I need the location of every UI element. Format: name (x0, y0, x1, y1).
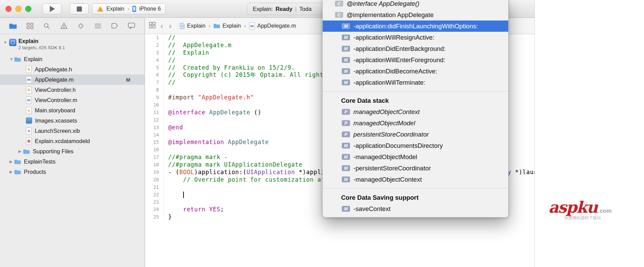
file-tree-row[interactable]: ▶Products (0, 167, 145, 177)
popover-item[interactable]: PmanagedObjectContext (323, 106, 508, 117)
disclosure-triangle[interactable]: ▶ (18, 149, 23, 154)
file-tree-row[interactable]: xLaunchScreen.xib (0, 126, 145, 136)
popover-item[interactable]: M-applicationWillTerminate: (323, 77, 508, 88)
file-tree: ▼ExplainhAppDelegate.hmAppDelegate.mMhVi… (0, 54, 145, 177)
line-number: 22 (145, 191, 164, 199)
file-name: AppDelegate.m (35, 76, 74, 83)
code-text: return YES; (164, 206, 224, 213)
xcassets-icon (26, 117, 32, 124)
popover-item[interactable]: M-applicationWillResignActive: (323, 32, 508, 43)
file-tree-row[interactable]: ⊞Explain.xcdatamodeld (0, 136, 145, 146)
file-tree-row[interactable]: hViewController.h (0, 85, 145, 95)
disclosure-triangle[interactable]: ▼ (10, 57, 14, 61)
issue-navigator-icon[interactable] (59, 21, 69, 31)
disclosure-triangle[interactable]: ▶ (10, 170, 14, 174)
app-scheme-icon (97, 6, 103, 12)
line-number: 20 (145, 176, 164, 184)
line-number: 9 (145, 94, 164, 101)
line-number: 6 (145, 71, 164, 79)
file-tree-row[interactable]: mViewController.m (0, 95, 145, 105)
code-text (164, 131, 168, 139)
file-tree-row[interactable]: hAppDelegate.h (0, 64, 145, 74)
line-number: 11 (145, 109, 164, 116)
breadcrumb-label: AppDelegate.m (257, 23, 296, 29)
popover-item-label: persistentStoreCoordinator (353, 131, 429, 138)
line-number: 10 (145, 101, 164, 109)
code-text: //#pragma mark - (164, 154, 228, 161)
popover-item[interactable]: C@interface AppDelegate() (323, 0, 508, 9)
traffic-lights (5, 6, 31, 12)
file-tree-row[interactable]: sMain.storyboard (0, 105, 145, 115)
symbol-navigator-icon[interactable] (25, 21, 35, 31)
popover-item[interactable]: M-managedObjectContext (323, 174, 508, 185)
project-navigator-icon[interactable] (8, 21, 18, 31)
run-button[interactable] (42, 3, 61, 14)
popover-item[interactable]: PpersistentStoreCoordinator (323, 129, 508, 140)
file-tree-row[interactable]: Images.xcassets (0, 115, 145, 126)
project-row[interactable]: ▼ Explain 2 targets, iOS SDK 8.1 (0, 36, 145, 54)
search-navigator-icon[interactable] (42, 21, 52, 31)
code-text: //#pragma mark UIApplicationDelegate (164, 161, 303, 169)
code-text: // (164, 79, 176, 86)
code-text: @end (164, 124, 183, 131)
file-tree-row[interactable]: ▼Explain (0, 54, 145, 64)
stop-button[interactable] (70, 3, 89, 14)
file-name: ExplainTests (24, 158, 56, 165)
method-symbol-icon: M (342, 154, 350, 160)
popover-item[interactable]: C@implementation AppDelegate (323, 9, 508, 20)
file-tree-row[interactable]: ▶ExplainTests (0, 156, 145, 167)
zoom-window-button[interactable] (25, 6, 31, 12)
breadcrumb-item[interactable]: Explain (214, 23, 241, 29)
close-window-button[interactable] (5, 6, 12, 12)
file-name: Products (24, 169, 46, 175)
report-navigator-icon[interactable] (127, 21, 136, 31)
status-state: Ready (276, 6, 293, 12)
folder-icon (14, 159, 21, 164)
popover-item[interactable]: M-applicationDocumentsDirectory (323, 140, 508, 151)
breadcrumb-separator-icon: › (244, 23, 246, 29)
line-number: 12 (145, 116, 164, 124)
minimize-window-button[interactable] (15, 6, 21, 12)
go-back-button[interactable]: ‹ (160, 22, 164, 30)
popover-item-label: -saveContext (353, 205, 391, 213)
breadcrumb: Explain›Explain›mAppDelegate.m (180, 22, 296, 29)
breadcrumb-item[interactable]: Explain (180, 23, 205, 29)
jump-bar-popover: C@interface AppDelegate()C@implementatio… (322, 0, 509, 217)
disclosure-triangle[interactable]: ▶ (10, 159, 14, 164)
popover-item[interactable]: M-applicationDidBecomeActive: (323, 66, 508, 77)
scheme-selector[interactable]: Explain › iPhone 6 (92, 3, 166, 14)
file-name: Images.xcassets (35, 117, 77, 124)
method-symbol-icon: M (342, 68, 350, 74)
project-name: Explain (18, 38, 145, 44)
project-navigator: ▼ Explain 2 targets, iOS SDK 8.1 ▼Explai… (0, 34, 145, 267)
file-tree-row[interactable]: ▶Supporting Files (0, 146, 145, 156)
file-name: Main.storyboard (35, 107, 75, 114)
debug-navigator-icon[interactable] (93, 21, 103, 31)
popover-item[interactable]: M-applicationWillEnterForeground: (323, 54, 508, 66)
file-tree-row[interactable]: mAppDelegate.mM (0, 74, 145, 85)
method-symbol-icon: M (342, 143, 350, 149)
scheme-device: iPhone 6 (139, 6, 161, 12)
popover-item[interactable]: M-persistentStoreCoordinator (323, 163, 508, 174)
disclosure-triangle[interactable]: ▼ (3, 40, 7, 44)
line-number: 14 (145, 131, 164, 139)
breadcrumb-item[interactable]: mAppDelegate.m (249, 22, 296, 29)
breadcrumb-label: Explain (187, 23, 205, 29)
watermark: aspku .com 免费网站源码下载站 (548, 199, 612, 220)
go-forward-button[interactable]: › (168, 22, 173, 30)
related-items-icon[interactable] (149, 22, 156, 30)
line-number: 8 (145, 86, 164, 94)
line-number: 16 (145, 146, 164, 154)
breakpoint-navigator-icon[interactable] (110, 21, 119, 31)
popover-item[interactable]: M-saveContext (323, 203, 508, 214)
popover-item[interactable]: M-managedObjectModel (323, 151, 508, 163)
line-number: 24 (145, 206, 164, 213)
popover-item[interactable]: M-application:didFinishLaunchingWithOpti… (323, 20, 508, 32)
popover-item[interactable]: PmanagedObjectModel (323, 117, 508, 129)
popover-item[interactable]: M-applicationDidEnterBackground: (323, 43, 508, 54)
code-text: // Created by FrankLiu on 15/2/9. (164, 64, 295, 72)
file-name: AppDelegate.h (35, 66, 72, 73)
code-text: // (164, 34, 176, 42)
method-symbol-icon: M (342, 57, 350, 63)
test-navigator-icon[interactable] (76, 21, 86, 31)
